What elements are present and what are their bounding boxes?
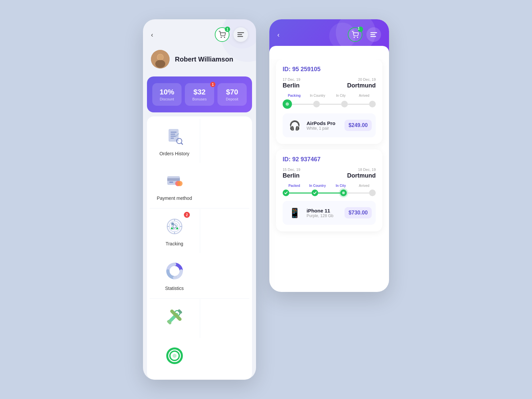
- track-label-packing: Packing: [283, 94, 306, 97]
- product-row-1: 🎧 AirPods Pro White, 1 pair $249.00: [283, 113, 376, 137]
- svg-rect-6: [237, 36, 243, 37]
- menu-item-tracking[interactable]: 2: [150, 209, 199, 253]
- dot-1-1: [313, 101, 320, 107]
- header-right: 1: [215, 27, 248, 42]
- from-city-2: Berlin: [283, 172, 300, 179]
- right-menu-button[interactable]: [366, 27, 381, 42]
- right-phone: ‹ 1: [269, 19, 389, 292]
- left-phone-header: ‹ 1: [143, 19, 256, 47]
- screen-container: ‹ 1: [130, 6, 402, 393]
- stat-discount[interactable]: 10% Discount: [152, 83, 182, 106]
- menu-item-payment[interactable]: Payment method: [150, 164, 199, 207]
- product-info-2: iPhone 11 Purple, 128 Gb: [307, 208, 340, 218]
- dot-2-3: [369, 190, 376, 196]
- svg-point-46: [173, 354, 177, 358]
- order-route-2: 15 Dec, 19 Berlin 18 Dec, 19 Dortmund: [283, 168, 376, 179]
- menu-item-statistics[interactable]: Statistics: [150, 254, 199, 298]
- stat-bonuses-label: Bonuses: [189, 97, 210, 101]
- stat-bonuses-value: $32: [189, 88, 210, 96]
- svg-point-24: [177, 181, 183, 186]
- tracking-labels-2: Packed In Country In City Arrived: [283, 184, 376, 188]
- svg-rect-49: [370, 32, 377, 33]
- cart-button[interactable]: 1: [215, 27, 229, 42]
- order-id-2: ID: 92 937467: [283, 156, 376, 163]
- line-1-0: [292, 104, 313, 105]
- tracking-icon: [164, 216, 185, 237]
- svg-rect-22: [169, 182, 173, 183]
- right-cart-badge: 1: [358, 27, 363, 32]
- from-date-1: 17 Dec, 19: [283, 77, 300, 81]
- tracking-dots-2: [283, 190, 376, 196]
- svg-rect-13: [171, 132, 177, 133]
- svg-rect-16: [171, 138, 174, 139]
- product-name-1: AirPods Pro: [307, 120, 340, 126]
- product-price-2: $730.00: [344, 207, 372, 218]
- svg-line-36: [173, 228, 174, 229]
- product-price-1: $249.00: [344, 120, 372, 131]
- from-city-1: Berlin: [283, 82, 300, 89]
- line-1-1: [320, 104, 341, 105]
- menu-grid: Orders History Payment method: [150, 119, 249, 377]
- svg-rect-51: [370, 36, 376, 37]
- menu-button[interactable]: [233, 27, 248, 42]
- stat-deposit[interactable]: $70 Deposit: [217, 83, 247, 106]
- svg-rect-15: [171, 136, 176, 137]
- line-1-2: [348, 104, 369, 105]
- right-back-button[interactable]: ‹: [277, 31, 280, 39]
- tools-icon: [164, 306, 185, 327]
- avatar-image: [151, 50, 170, 68]
- dot-2-1: [312, 190, 318, 196]
- order-card-1[interactable]: ID: 95 259105 17 Dec, 19 Berlin 20 Dec, …: [276, 59, 382, 144]
- menu-item-tools[interactable]: [150, 299, 199, 338]
- track2-label-incity: In City: [329, 184, 352, 188]
- product-image-1: 🎧: [287, 117, 303, 133]
- svg-point-37: [172, 268, 177, 274]
- svg-point-2: [221, 37, 221, 38]
- orders-content: ID: 95 259105 17 Dec, 19 Berlin 20 Dec, …: [269, 53, 389, 238]
- tracking-bar-1: Packing In Country In City Arrived: [283, 94, 376, 109]
- track2-label-arrived: Arrived: [352, 184, 376, 188]
- right-cart-button[interactable]: 1: [348, 27, 362, 42]
- track2-label-packed: Packed: [283, 184, 306, 188]
- svg-point-10: [157, 54, 163, 60]
- orders-label: Orders History: [159, 151, 189, 156]
- tracking-dots-1: [283, 99, 376, 109]
- back-button[interactable]: ‹: [151, 31, 153, 39]
- product-image-2: 📱: [287, 205, 303, 221]
- product-info-1: AirPods Pro White, 1 pair: [307, 120, 340, 131]
- stat-deposit-value: $70: [221, 88, 243, 96]
- svg-point-53: [342, 192, 345, 194]
- payment-icon: [164, 170, 185, 192]
- to-date-1: 20 Dec, 19: [347, 77, 376, 81]
- order-id-1: ID: 95 259105: [283, 66, 376, 73]
- dot-2-0: [283, 190, 289, 196]
- to-city-2: Dortmund: [347, 172, 376, 179]
- track2-label-incountry: In Country: [306, 184, 329, 188]
- left-phone: ‹ 1: [143, 19, 256, 380]
- statistics-label: Statistics: [165, 286, 184, 291]
- tracking-labels-1: Packing In Country In City Arrived: [283, 94, 376, 97]
- dot-1-0: [283, 99, 292, 109]
- menu-item-help[interactable]: [150, 338, 199, 377]
- svg-rect-4: [237, 32, 244, 33]
- line-2-2: [347, 193, 369, 194]
- statistics-icon: [164, 260, 185, 282]
- payment-label: Payment method: [157, 196, 192, 201]
- stat-bonuses[interactable]: 1 $32 Bonuses: [185, 83, 214, 106]
- svg-point-26: [169, 221, 180, 232]
- line-2-1: [318, 193, 340, 194]
- order-card-2[interactable]: ID: 92 937467 15 Dec, 19 Berlin 18 Dec, …: [276, 149, 382, 231]
- bonuses-badge: 1: [210, 82, 215, 87]
- svg-point-35: [173, 225, 176, 228]
- tracking-badge: 2: [184, 212, 190, 218]
- menu-item-orders[interactable]: Orders History: [150, 119, 199, 163]
- svg-point-9: [155, 60, 165, 68]
- stat-discount-label: Discount: [156, 97, 178, 101]
- svg-rect-14: [171, 134, 175, 135]
- orders-icon: [164, 126, 185, 147]
- line-2-0: [289, 193, 312, 194]
- svg-rect-21: [167, 178, 180, 181]
- track-label-arrived: Arrived: [352, 94, 376, 97]
- track-label-incountry: In Country: [306, 94, 329, 97]
- product-variant-2: Purple, 128 Gb: [307, 213, 340, 218]
